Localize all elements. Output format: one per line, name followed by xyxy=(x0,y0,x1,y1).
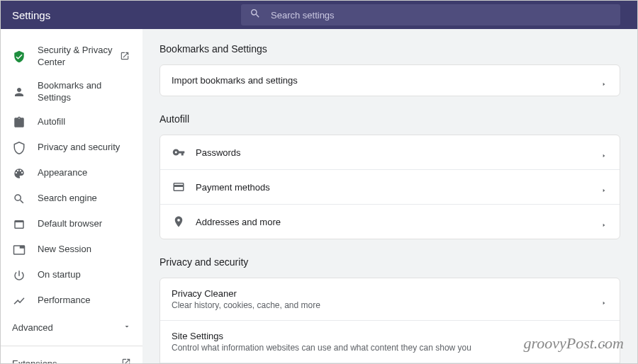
sidebar-item-extensions[interactable]: Extensions xyxy=(1,351,142,363)
search-icon xyxy=(12,192,26,206)
chevron-right-icon xyxy=(601,149,608,156)
sidebar-item-label: Autofill xyxy=(38,116,131,128)
row-privacy-cleaner[interactable]: Privacy Cleaner Clear history, cookies, … xyxy=(160,278,620,321)
row-label: Addresses and more xyxy=(196,217,601,227)
advanced-label: Advanced xyxy=(12,322,53,333)
header-bar: Settings xyxy=(1,1,637,29)
sidebar-item-label: Bookmarks and Settings xyxy=(38,80,131,104)
sidebar-item-security-privacy-center[interactable]: Security & Privacy Center xyxy=(1,39,142,74)
sidebar-item-performance[interactable]: Performance xyxy=(1,288,142,314)
palette-icon xyxy=(12,166,26,181)
tab-icon xyxy=(12,243,26,257)
divider xyxy=(1,346,142,346)
location-icon xyxy=(172,215,186,229)
row-import-bookmarks[interactable]: Import bookmarks and settings xyxy=(160,65,620,96)
chevron-down-icon xyxy=(123,322,131,333)
row-sublabel: Clear history, cookies, cache, and more xyxy=(172,300,601,310)
section-title: Autofill xyxy=(160,113,620,125)
row-passwords[interactable]: Passwords xyxy=(160,135,620,170)
chevron-right-icon xyxy=(601,183,608,190)
section-bookmarks: Bookmarks and Settings Import bookmarks … xyxy=(160,43,620,96)
search-box[interactable] xyxy=(241,4,620,25)
sidebar-item-label: Search engine xyxy=(38,193,131,205)
sidebar-item-autofill[interactable]: Autofill xyxy=(1,110,142,135)
sidebar-item-new-session[interactable]: New Session xyxy=(1,237,142,263)
sidebar-item-startup[interactable]: On startup xyxy=(1,263,142,288)
sidebar-item-label: Privacy and security xyxy=(38,142,131,154)
row-label: Payment methods xyxy=(196,182,601,193)
sidebar: Security & Privacy Center Bookmarks and … xyxy=(1,29,142,363)
sidebar-item-label: Appearance xyxy=(38,167,131,179)
person-icon xyxy=(12,85,26,99)
shield-icon xyxy=(12,141,26,155)
credit-card-icon xyxy=(172,180,186,194)
chevron-right-icon xyxy=(601,218,608,225)
sidebar-item-label: Security & Privacy Center xyxy=(38,45,120,69)
sidebar-item-appearance[interactable]: Appearance xyxy=(1,161,142,186)
main-content: Bookmarks and Settings Import bookmarks … xyxy=(142,29,637,363)
row-payment-methods[interactable]: Payment methods xyxy=(160,170,620,205)
row-label: Privacy Cleaner xyxy=(172,288,601,299)
section-title: Privacy and security xyxy=(160,256,620,268)
card: Privacy Cleaner Clear history, cookies, … xyxy=(160,278,620,363)
external-link-icon xyxy=(120,51,131,62)
row-site-settings[interactable]: Site Settings Control what information w… xyxy=(160,321,620,363)
section-privacy: Privacy and security Privacy Cleaner Cle… xyxy=(160,256,620,363)
browser-icon xyxy=(12,217,26,232)
row-label: Import bookmarks and settings xyxy=(172,75,601,86)
section-autofill: Autofill Passwords Payment methods Addre… xyxy=(160,113,620,239)
row-label: Site Settings xyxy=(172,331,601,341)
row-sublabel: Control what information websites can us… xyxy=(172,343,601,353)
advanced-toggle[interactable]: Advanced xyxy=(1,314,142,341)
sidebar-item-label: Performance xyxy=(38,295,131,307)
sidebar-item-default-browser[interactable]: Default browser xyxy=(1,212,142,237)
external-link-icon xyxy=(121,358,131,363)
power-icon xyxy=(12,268,26,283)
row-label: Passwords xyxy=(196,147,601,158)
card: Import bookmarks and settings xyxy=(160,64,620,96)
section-title: Bookmarks and Settings xyxy=(160,43,620,55)
sidebar-item-label: On startup xyxy=(38,269,131,281)
sidebar-item-bookmarks[interactable]: Bookmarks and Settings xyxy=(1,74,142,110)
row-addresses[interactable]: Addresses and more xyxy=(160,205,620,239)
chevron-right-icon xyxy=(601,296,608,303)
search-icon xyxy=(250,8,271,22)
clipboard-icon xyxy=(12,115,26,130)
search-input[interactable] xyxy=(271,10,612,21)
chevron-right-icon xyxy=(601,339,608,346)
sidebar-item-label: New Session xyxy=(38,244,131,256)
sidebar-item-label: Default browser xyxy=(38,218,131,230)
chevron-right-icon xyxy=(601,77,608,84)
chart-line-icon xyxy=(12,294,26,308)
sidebar-item-search-engine[interactable]: Search engine xyxy=(1,186,142,212)
key-icon xyxy=(172,145,186,159)
sidebar-item-privacy[interactable]: Privacy and security xyxy=(1,135,142,161)
shield-check-icon xyxy=(12,50,26,64)
card: Passwords Payment methods Addresses and … xyxy=(160,135,620,239)
extensions-label: Extensions xyxy=(12,358,57,363)
page-title: Settings xyxy=(12,9,241,21)
